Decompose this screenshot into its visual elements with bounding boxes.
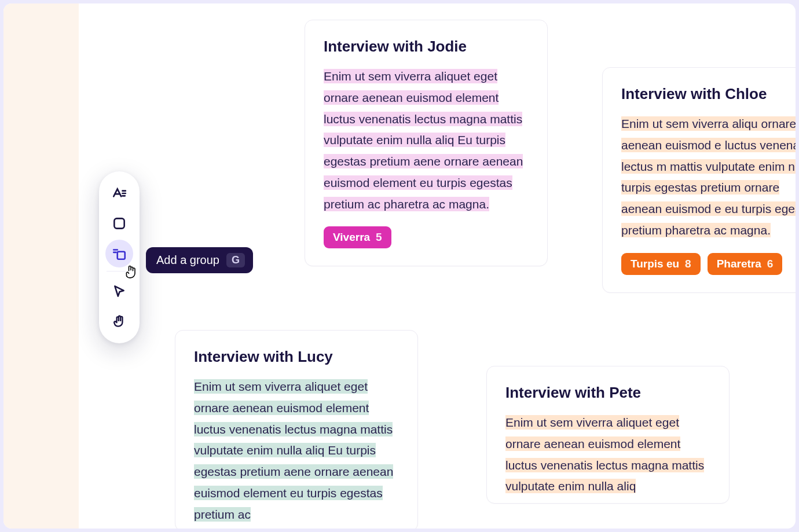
tool-toolbar	[99, 171, 140, 343]
card-chloe[interactable]: Interview with Chloe Enim ut sem viverra…	[602, 67, 796, 293]
card-title: Interview with Chloe	[621, 85, 796, 103]
highlighted-text: Enim ut sem viverra aliquet eget ornare …	[194, 379, 393, 522]
highlighted-text: Enim ut sem viverra aliquet eget ornare …	[324, 69, 523, 211]
card-jodie[interactable]: Interview with Jodie Enim ut sem viverra…	[305, 20, 548, 266]
tag-pharetra[interactable]: Pharetra 6	[708, 253, 783, 275]
svg-rect-0	[114, 218, 124, 228]
text-tool[interactable]	[105, 179, 133, 207]
card-tags: Turpis eu 8 Pharetra 6	[621, 253, 796, 275]
card-tags: Viverra 5	[324, 226, 529, 248]
tag-turpis-eu[interactable]: Turpis eu 8	[621, 253, 701, 275]
square-icon	[112, 216, 127, 231]
tag-count: 8	[685, 258, 691, 270]
tag-count: 6	[767, 258, 774, 270]
group-tool[interactable]	[105, 240, 133, 267]
toolbar-separator	[107, 271, 132, 271]
canvas[interactable]: Add a group G Interview with Jodie Enim …	[3, 3, 796, 529]
tag-viverra[interactable]: Viverra 5	[324, 226, 391, 248]
text-icon	[112, 186, 127, 201]
hand-tool[interactable]	[105, 307, 133, 335]
card-title: Interview with Lucy	[194, 348, 399, 366]
card-pete[interactable]: Interview with Pete Enim ut sem viverra …	[486, 366, 730, 504]
shape-tool[interactable]	[105, 210, 133, 237]
highlighted-text: Enim ut sem viverra aliqu ornare aenean …	[621, 116, 796, 237]
card-body: Enim ut sem viverra aliquet eget ornare …	[505, 412, 710, 497]
hand-icon	[112, 314, 127, 329]
card-title: Interview with Pete	[505, 384, 710, 402]
card-body: Enim ut sem viverra aliquet eget ornare …	[194, 376, 399, 525]
svg-rect-1	[118, 252, 125, 259]
tooltip-label: Add a group	[156, 254, 219, 267]
tooltip-shortcut: G	[226, 253, 245, 267]
card-body: Enim ut sem viverra aliqu ornare aenean …	[621, 113, 796, 241]
pointer-icon	[112, 284, 127, 299]
app-frame: Add a group G Interview with Jodie Enim …	[3, 3, 796, 529]
tag-label: Turpis eu	[631, 258, 679, 270]
tag-count: 5	[376, 231, 382, 244]
group-icon	[112, 246, 127, 261]
card-lucy[interactable]: Interview with Lucy Enim ut sem viverra …	[175, 330, 418, 529]
card-title: Interview with Jodie	[324, 38, 529, 56]
highlighted-text: Enim ut sem viverra aliquet eget ornare …	[505, 415, 704, 493]
tooltip-add-group: Add a group G	[146, 247, 253, 273]
tag-label: Viverra	[333, 231, 370, 244]
tag-label: Pharetra	[717, 258, 761, 270]
pointer-tool[interactable]	[105, 277, 133, 305]
card-body: Enim ut sem viverra aliquet eget ornare …	[324, 66, 529, 215]
